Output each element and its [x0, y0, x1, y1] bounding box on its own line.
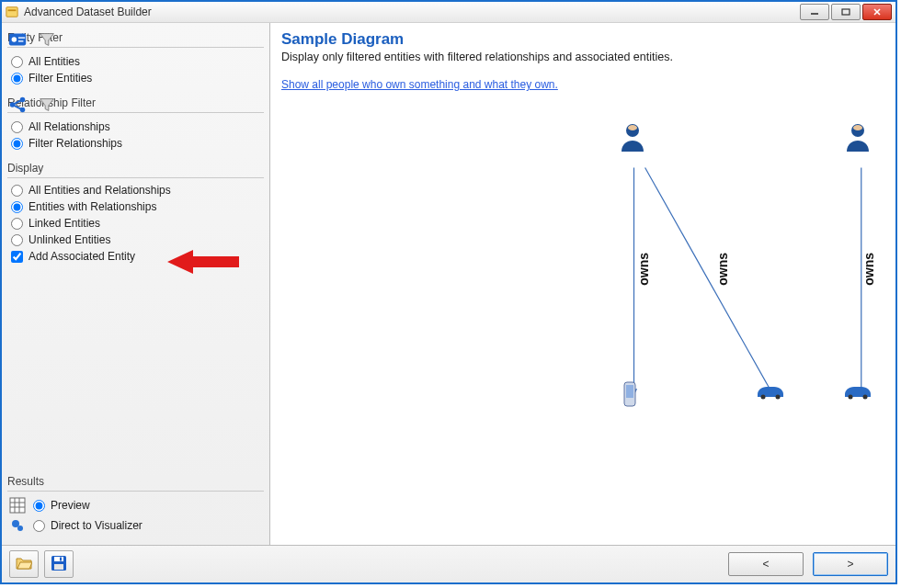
radio-all-entities-relationships[interactable]: All Entities and Relationships — [9, 182, 264, 198]
window-title: Advanced Dataset Builder — [24, 6, 798, 18]
svg-rect-3 — [842, 9, 850, 15]
svg-line-13 — [14, 100, 20, 104]
radio-filter-entities[interactable]: Filter Entities — [9, 70, 264, 86]
svg-rect-0 — [6, 7, 17, 17]
results-heading: Results — [7, 472, 264, 492]
radio-entities-with-relationships[interactable]: Entities with Relationships — [9, 198, 264, 215]
grid-icon — [9, 497, 26, 514]
gears-icon — [9, 517, 26, 534]
radio-all-relationships[interactable]: All Relationships — [9, 119, 264, 135]
radio-label: Direct to Visualizer — [51, 519, 143, 532]
svg-point-35 — [863, 395, 868, 400]
radio-label: All Relationships — [29, 120, 110, 133]
funnel-icon[interactable] — [37, 29, 57, 50]
radio-label: Filter Entities — [29, 72, 92, 85]
svg-rect-1 — [8, 9, 17, 11]
footer-toolbar: < > — [2, 545, 895, 582]
radio-label: All Entities — [29, 55, 80, 68]
floppy-disk-icon — [51, 555, 67, 574]
svg-rect-37 — [54, 557, 63, 561]
radio-label: Unlinked Entities — [29, 233, 110, 246]
id-card-icon[interactable] — [7, 29, 28, 50]
radio-label: Linked Entities — [29, 217, 100, 230]
radio-preview[interactable]: Preview — [31, 499, 90, 512]
svg-marker-15 — [167, 250, 239, 274]
svg-point-22 — [17, 526, 23, 531]
close-button[interactable] — [862, 4, 892, 20]
svg-rect-39 — [60, 557, 62, 560]
radio-linked-entities[interactable]: Linked Entities — [9, 215, 264, 232]
radio-all-entities[interactable]: All Entities — [9, 53, 264, 70]
radio-label: Filter Relationships — [29, 137, 122, 150]
save-button[interactable] — [44, 550, 74, 578]
svg-point-27 — [628, 125, 637, 130]
edge-label: owns — [636, 253, 651, 286]
main-panel: Sample Diagram Display only filtered ent… — [270, 23, 895, 545]
sidebar: Entity Filter All Entities Filter Entiti… — [2, 23, 270, 545]
person-node — [844, 122, 872, 156]
next-label: > — [847, 558, 853, 571]
radio-direct-to-visualizer[interactable]: Direct to Visualizer — [31, 519, 143, 532]
svg-point-29 — [853, 125, 862, 130]
share-nodes-icon[interactable] — [7, 95, 28, 115]
checkbox-label: Add Associated Entity — [29, 250, 135, 263]
app-icon — [6, 6, 18, 18]
next-button[interactable]: > — [813, 552, 888, 576]
maximize-button[interactable] — [831, 4, 861, 20]
svg-point-34 — [849, 395, 853, 400]
edge-label: owns — [715, 253, 730, 286]
svg-rect-16 — [10, 498, 25, 513]
car-node — [843, 383, 872, 402]
svg-line-24 — [645, 167, 773, 394]
back-label: < — [762, 558, 769, 571]
radio-filter-relationships[interactable]: Filter Relationships — [9, 135, 264, 152]
app-window: Advanced Dataset Builder Entity Filter — [0, 0, 897, 584]
radio-unlinked-entities[interactable]: Unlinked Entities — [9, 232, 264, 248]
svg-rect-38 — [54, 564, 63, 570]
radio-label: Preview — [51, 499, 90, 512]
svg-point-32 — [761, 395, 766, 400]
sample-diagram-title: Sample Diagram — [281, 30, 884, 49]
svg-point-33 — [776, 395, 781, 400]
svg-point-7 — [12, 37, 17, 42]
svg-line-14 — [14, 106, 20, 109]
funnel-icon[interactable] — [37, 95, 57, 115]
phone-node — [622, 381, 637, 410]
window-body: Entity Filter All Entities Filter Entiti… — [2, 23, 895, 545]
radio-label: All Entities and Relationships — [29, 184, 171, 197]
svg-rect-31 — [626, 385, 633, 398]
minimize-button[interactable] — [800, 4, 829, 20]
sample-description-link[interactable]: Show all people who own something and wh… — [281, 78, 558, 91]
title-bar: Advanced Dataset Builder — [2, 2, 895, 23]
back-button[interactable]: < — [728, 552, 804, 576]
svg-rect-6 — [9, 34, 26, 46]
display-heading: Display — [7, 159, 264, 178]
person-node — [619, 122, 646, 156]
svg-rect-9 — [18, 40, 23, 42]
car-node — [756, 383, 785, 402]
diagram-canvas: owns owns owns — [281, 106, 884, 536]
sample-diagram-subtitle: Display only filtered entities with filt… — [281, 51, 884, 63]
edge-label: owns — [861, 253, 876, 286]
radio-label: Entities with Relationships — [29, 200, 156, 213]
diagram-svg — [281, 106, 884, 536]
pointer-arrow-icon — [167, 248, 241, 278]
folder-open-icon — [16, 556, 32, 573]
svg-rect-8 — [18, 37, 25, 39]
open-button[interactable] — [9, 550, 39, 578]
svg-point-21 — [12, 520, 19, 527]
